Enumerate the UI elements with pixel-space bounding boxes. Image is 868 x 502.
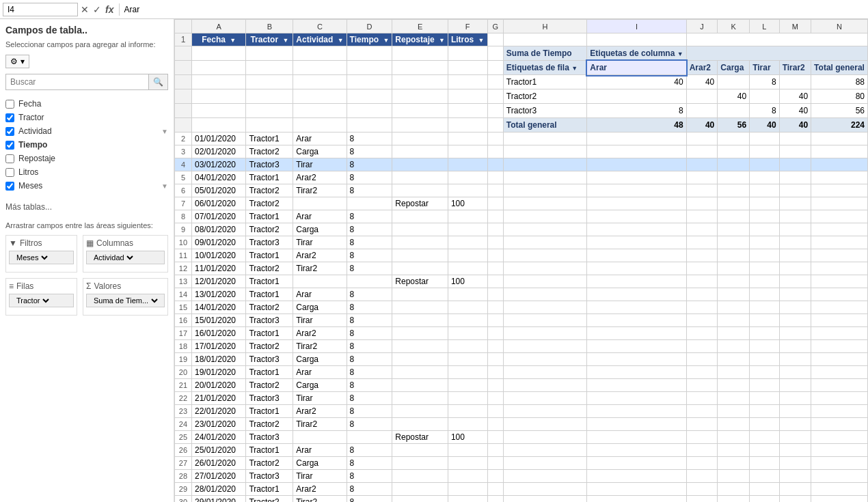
cell-E-27[interactable]: [392, 457, 448, 470]
cell-A-29[interactable]: 28/01/2020: [191, 483, 246, 496]
cell-E-13[interactable]: Repostar: [392, 275, 448, 288]
cell-A-27[interactable]: 26/01/2020: [191, 457, 246, 470]
cell-C-27[interactable]: Carga: [293, 457, 347, 470]
cell-F-30[interactable]: [448, 496, 487, 503]
cell-F-10[interactable]: [448, 236, 487, 249]
cell-B-23[interactable]: Tractor1: [246, 405, 293, 418]
cell-D-13[interactable]: [347, 275, 392, 288]
col-header-C[interactable]: C: [293, 20, 347, 33]
cell-F-27[interactable]: [448, 457, 487, 470]
cell-C-28[interactable]: Tirar: [293, 470, 347, 483]
cell-D-9[interactable]: 8: [347, 223, 392, 236]
header-litros[interactable]: Litros ▼: [448, 33, 487, 46]
col-header-A[interactable]: A: [191, 20, 246, 33]
cell-B-12[interactable]: Tractor2: [246, 262, 293, 275]
cell-E-21[interactable]: [392, 379, 448, 392]
cell-B-4[interactable]: Tractor3: [246, 158, 293, 171]
cell-E-23[interactable]: [392, 405, 448, 418]
cell-E-15[interactable]: [392, 301, 448, 314]
cell-A-18[interactable]: 17/01/2020: [191, 340, 246, 353]
cell-D-14[interactable]: 8: [347, 288, 392, 301]
col-header-B[interactable]: B: [246, 20, 293, 33]
valores-chip[interactable]: Suma de Tiem...: [86, 294, 165, 307]
cell-E-30[interactable]: [392, 496, 448, 503]
cell-A-30[interactable]: 29/01/2020: [191, 496, 246, 503]
checkbox-tractor[interactable]: [5, 113, 14, 122]
drop-area-filtros[interactable]: ▼ Filtros Meses: [5, 235, 77, 273]
cell-F-16[interactable]: [448, 314, 487, 327]
cell-D-17[interactable]: 8: [347, 327, 392, 340]
cell-C-15[interactable]: Carga: [293, 301, 347, 314]
cell-B-19[interactable]: Tractor3: [246, 353, 293, 366]
cell-F-12[interactable]: [448, 262, 487, 275]
cell-B-13[interactable]: Tractor1: [246, 275, 293, 288]
checkbox-meses[interactable]: [5, 182, 14, 191]
cell-F-23[interactable]: [448, 405, 487, 418]
cell-C-8[interactable]: Arar: [293, 210, 347, 223]
cell-B-9[interactable]: Tractor2: [246, 223, 293, 236]
valores-select[interactable]: Suma de Tiem...: [91, 296, 160, 305]
cell-F-18[interactable]: [448, 340, 487, 353]
cell-F-4[interactable]: [448, 158, 487, 171]
cell-A-26[interactable]: 25/01/2020: [191, 444, 246, 457]
cell-B-17[interactable]: Tractor1: [246, 327, 293, 340]
checkbox-actividad[interactable]: [5, 127, 14, 136]
drop-area-valores[interactable]: Σ Valores Suma de Tiem...: [83, 278, 168, 316]
cell-F-13[interactable]: 100: [448, 275, 487, 288]
cell-F-9[interactable]: [448, 223, 487, 236]
cell-A-7[interactable]: 06/01/2020: [191, 197, 246, 210]
confirm-icon[interactable]: ✓: [93, 4, 101, 15]
cell-C-22[interactable]: Tirar: [293, 392, 347, 405]
header-tiempo[interactable]: Tiempo ▼: [347, 33, 392, 46]
cell-F-28[interactable]: [448, 470, 487, 483]
cell-E-19[interactable]: [392, 353, 448, 366]
header-tractor[interactable]: Tractor ▼: [246, 33, 293, 46]
pivot-meses-value[interactable]: ene ▼: [587, 33, 686, 46]
cell-D-5[interactable]: 8: [347, 171, 392, 184]
spreadsheet[interactable]: A B C D E F G H I J K L M N: [174, 19, 868, 502]
cell-D-24[interactable]: 8: [347, 418, 392, 431]
col-header-M[interactable]: M: [779, 20, 811, 33]
cell-E-6[interactable]: [392, 184, 448, 197]
cell-A-23[interactable]: 22/01/2020: [191, 405, 246, 418]
header-actividad[interactable]: Actividad ▼: [293, 33, 347, 46]
drop-area-filas[interactable]: ≡ Filas Tractor: [5, 278, 77, 316]
cell-C-3[interactable]: Carga: [293, 145, 347, 158]
cell-D-6[interactable]: 8: [347, 184, 392, 197]
col-header-F[interactable]: F: [448, 20, 487, 33]
col-header-H[interactable]: H: [503, 20, 587, 33]
drop-area-columnas[interactable]: ▦ Columnas Actividad: [83, 235, 168, 273]
cell-A-25[interactable]: 24/01/2020: [191, 431, 246, 444]
formula-input[interactable]: [122, 3, 865, 16]
cell-D-23[interactable]: 8: [347, 405, 392, 418]
cell-B-26[interactable]: Tractor1: [246, 444, 293, 457]
cell-A-17[interactable]: 16/01/2020: [191, 327, 246, 340]
cell-C-19[interactable]: Carga: [293, 353, 347, 366]
cell-A-11[interactable]: 10/01/2020: [191, 249, 246, 262]
cell-A-6[interactable]: 05/01/2020: [191, 184, 246, 197]
cell-B-25[interactable]: Tractor3: [246, 431, 293, 444]
cell-B-18[interactable]: Tractor2: [246, 340, 293, 353]
cell-D-19[interactable]: 8: [347, 353, 392, 366]
cell-C-17[interactable]: Arar2: [293, 327, 347, 340]
cell-A-5[interactable]: 04/01/2020: [191, 171, 246, 184]
cell-B-28[interactable]: Tractor3: [246, 470, 293, 483]
function-icon[interactable]: fx: [105, 4, 113, 15]
columnas-select[interactable]: Actividad: [91, 253, 135, 262]
col-header-J[interactable]: J: [686, 20, 718, 33]
col-header-L[interactable]: L: [750, 20, 779, 33]
col-header-E[interactable]: E: [392, 20, 448, 33]
cell-C-6[interactable]: Tirar2: [293, 184, 347, 197]
cell-E-2[interactable]: [392, 133, 448, 145]
checkbox-repostaje[interactable]: [5, 154, 14, 163]
checkbox-fecha[interactable]: [5, 100, 14, 109]
cell-E-14[interactable]: [392, 288, 448, 301]
cell-E-3[interactable]: [392, 145, 448, 158]
cell-E-9[interactable]: [392, 223, 448, 236]
cell-B-21[interactable]: Tractor2: [246, 379, 293, 392]
cell-D-4[interactable]: 8: [347, 158, 392, 171]
more-tables-link[interactable]: Más tablas...: [5, 202, 168, 212]
cell-F-11[interactable]: [448, 249, 487, 262]
cell-D-28[interactable]: 8: [347, 470, 392, 483]
cell-C-18[interactable]: Tirar2: [293, 340, 347, 353]
